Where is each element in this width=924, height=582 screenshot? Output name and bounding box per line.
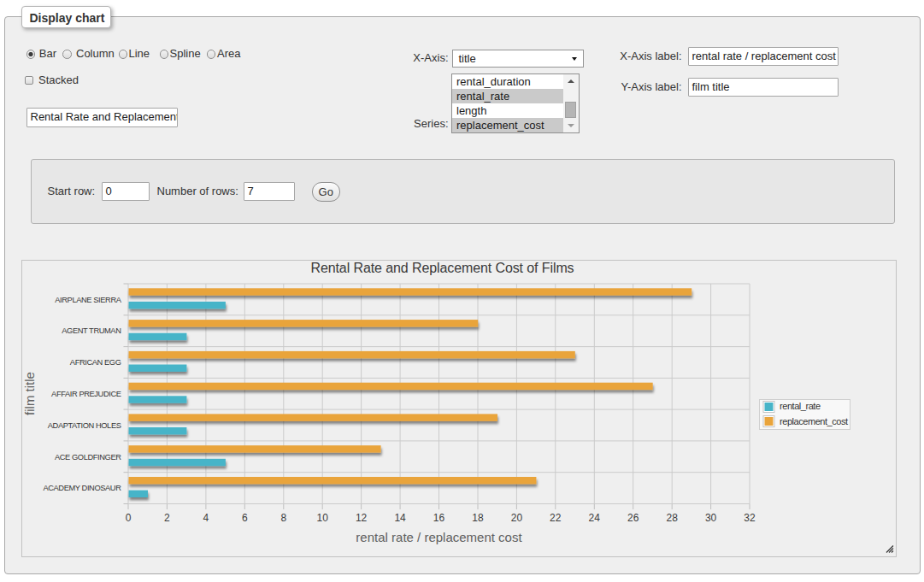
svg-text:AFFAIR PREJUDICE: AFFAIR PREJUDICE: [51, 390, 121, 398]
svg-text:26: 26: [627, 512, 639, 524]
svg-text:32: 32: [744, 512, 756, 524]
svg-text:2: 2: [164, 512, 170, 524]
svg-text:8: 8: [280, 512, 286, 524]
svg-text:10: 10: [316, 512, 328, 524]
svg-text:rental_rate: rental_rate: [780, 401, 821, 411]
svg-text:14: 14: [394, 512, 406, 524]
svg-text:12: 12: [355, 512, 367, 524]
svg-text:ADAPTATION HOLES: ADAPTATION HOLES: [47, 420, 121, 429]
svg-text:ACE GOLDFINGER: ACE GOLDFINGER: [54, 452, 121, 461]
svg-text:AIRPLANE SIERRA: AIRPLANE SIERRA: [55, 295, 121, 303]
svg-text:ACADEMY DINOSAUR: ACADEMY DINOSAUR: [43, 484, 121, 492]
svg-text:4: 4: [203, 512, 209, 524]
svg-text:rental rate / replacement cost: rental rate / replacement cost: [356, 529, 522, 544]
svg-text:16: 16: [433, 512, 444, 524]
svg-text:AFRICAN EGG: AFRICAN EGG: [69, 358, 121, 367]
svg-text:22: 22: [550, 512, 562, 524]
svg-text:28: 28: [666, 512, 678, 524]
svg-text:18: 18: [472, 512, 484, 524]
svg-text:30: 30: [704, 512, 716, 524]
svg-text:24: 24: [588, 512, 600, 524]
svg-text:Rental Rate and Replacement Co: Rental Rate and Replacement Cost of Film…: [310, 261, 574, 275]
svg-text:replacement_cost: replacement_cost: [780, 415, 848, 426]
svg-text:6: 6: [241, 512, 247, 524]
svg-text:film title: film title: [22, 372, 37, 415]
svg-text:20: 20: [510, 512, 522, 524]
svg-text:AGENT TRUMAN: AGENT TRUMAN: [62, 326, 121, 335]
svg-text:0: 0: [125, 512, 131, 524]
